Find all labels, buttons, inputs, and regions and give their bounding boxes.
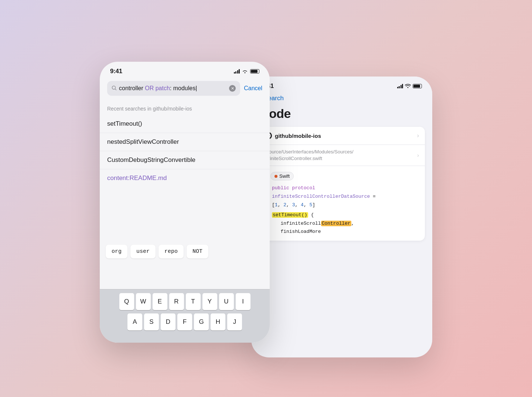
phone1-signal (234, 69, 240, 74)
search-history-list: setTimeout() nestedSplitViewController C… (100, 115, 270, 187)
key-u[interactable]: U (219, 293, 234, 310)
line-content-18b: infiniteScrollController, (272, 220, 425, 228)
repo-header[interactable]: github/mobile-ios › (259, 127, 425, 145)
phone2-wifi-icon (405, 84, 411, 89)
phone1: 9:41 (100, 62, 270, 343)
search-item-4-text: content:README.md (107, 174, 167, 181)
repo-info: github/mobile-ios (265, 132, 321, 139)
suggestion-not[interactable]: NOT (187, 245, 208, 258)
suggestion-org[interactable]: org (106, 245, 127, 258)
search-operator: OR patch (145, 85, 170, 91)
key-j[interactable]: J (227, 313, 242, 330)
search-item-3[interactable]: CustomDebugStringConvertible (100, 151, 270, 169)
phone1-time: 9:41 (110, 68, 122, 75)
phone2-status-bar: 9:41 (251, 77, 432, 93)
phone2-status-icons (397, 84, 422, 89)
code-line-18b: infiniteScrollController, (259, 220, 425, 228)
file-path-chevron-icon: › (417, 152, 419, 158)
search-item-1[interactable]: setTimeout() (100, 115, 270, 133)
search-item-2[interactable]: nestedSplitViewController (100, 133, 270, 151)
lang-dot (274, 175, 277, 178)
search-magnifier-icon (112, 85, 117, 92)
repo-card[interactable]: github/mobile-ios › /Source/UserInterfac… (259, 127, 425, 241)
search-text[interactable]: controller OR patch: modules| (119, 85, 227, 92)
recent-label: Recent searches in github/mobile-ios (107, 106, 192, 112)
line-content-1b: infiniteScrollControllerDataSource = (272, 193, 425, 201)
keyboard: Q W E R T Y U I A S D F G H J (100, 289, 270, 343)
lang-label: Swift (279, 173, 290, 179)
line-content-1c: [1, 2, 3, 4, 5] (272, 201, 425, 209)
search-input-wrapper[interactable]: controller OR patch: modules| ✕ (107, 81, 240, 96)
search-item-2-text: nestedSplitViewController (107, 138, 179, 145)
phone2-signal (397, 84, 403, 88)
repo-chevron-icon: › (417, 132, 419, 139)
key-f[interactable]: F (177, 313, 192, 330)
search-clear-button[interactable]: ✕ (229, 85, 236, 92)
line-content-1: public protocol (272, 184, 425, 192)
phone1-wifi-icon (242, 69, 248, 74)
key-i[interactable]: I (236, 293, 250, 310)
scene: 9:41 ‹ Search (100, 47, 432, 350)
suggestion-user[interactable]: user (130, 245, 156, 258)
key-y[interactable]: Y (202, 293, 217, 310)
phone2-back-nav[interactable]: ‹ Search (251, 93, 432, 105)
phone2-battery (413, 84, 422, 88)
key-g[interactable]: G (194, 313, 209, 330)
key-s[interactable]: S (144, 313, 159, 330)
keyboard-row-2: A S D F G H J (101, 313, 268, 330)
key-e[interactable]: E (153, 293, 167, 310)
key-h[interactable]: H (211, 313, 225, 330)
phone2: 9:41 ‹ Search (251, 77, 432, 357)
search-item-3-text: CustomDebugStringConvertible (107, 156, 195, 163)
file-path-text: /Source/UserInterfaces/Modules/Sources/I… (265, 149, 354, 162)
key-w[interactable]: W (136, 293, 151, 310)
phone1-status-icons (234, 69, 260, 74)
key-d[interactable]: D (161, 313, 175, 330)
code-line-18c: finishLoadMore (259, 228, 425, 236)
key-t[interactable]: T (186, 293, 201, 310)
code-line-1b: infiniteScrollControllerDataSource = (259, 193, 425, 201)
key-r[interactable]: R (169, 293, 184, 310)
keyboard-suggestions: org user repo NOT (100, 242, 270, 261)
key-q[interactable]: Q (119, 293, 134, 310)
phone1-battery (250, 69, 259, 74)
phone1-status-bar: 9:41 (100, 62, 270, 78)
keyboard-row-1: Q W E R T Y U I (101, 293, 268, 310)
search-item-4[interactable]: content:README.md (100, 169, 270, 187)
recent-section: Recent searches in github/mobile-ios (100, 100, 270, 115)
page-title: Code (251, 105, 432, 127)
line-content-18c: finishLoadMore (272, 228, 425, 236)
search-item-1-text: setTimeout() (107, 120, 142, 127)
code-block: ⌄ Swift 1 public protocol inf (259, 166, 425, 241)
suggestion-repo[interactable]: repo (158, 245, 184, 258)
cancel-button[interactable]: Cancel (244, 85, 262, 92)
code-lang-row: ⌄ Swift (259, 170, 425, 184)
repo-name: github/mobile-ios (275, 133, 321, 139)
code-line-1c: [1, 2, 3, 4, 5] (259, 201, 425, 210)
key-a[interactable]: A (127, 313, 142, 330)
code-line-18: 18 setTimeout() { (259, 211, 425, 220)
search-bar-container[interactable]: controller OR patch: modules| ✕ Cancel (100, 78, 270, 100)
code-line-1: 1 public protocol (259, 184, 425, 193)
line-content-18: setTimeout() { (272, 211, 425, 219)
lang-badge: Swift (270, 172, 294, 180)
file-path[interactable]: /Source/UserInterfaces/Modules/Sources/I… (259, 145, 425, 166)
